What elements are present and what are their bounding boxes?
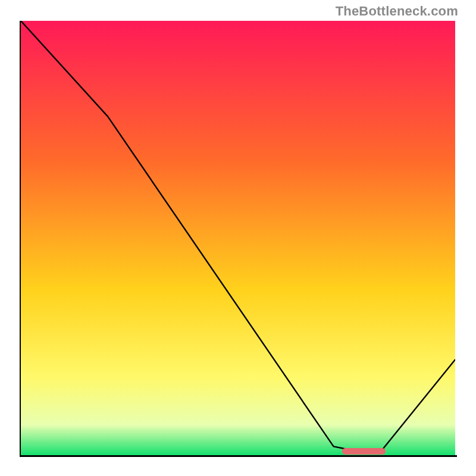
watermark-text: TheBottleneck.com — [336, 4, 458, 19]
gradient-background — [21, 21, 455, 455]
chart-container: TheBottleneck.com — [0, 0, 476, 476]
optimal-marker — [342, 448, 386, 455]
x-axis-line — [20, 455, 457, 457]
plot-svg — [21, 21, 455, 455]
plot-area — [21, 21, 455, 455]
